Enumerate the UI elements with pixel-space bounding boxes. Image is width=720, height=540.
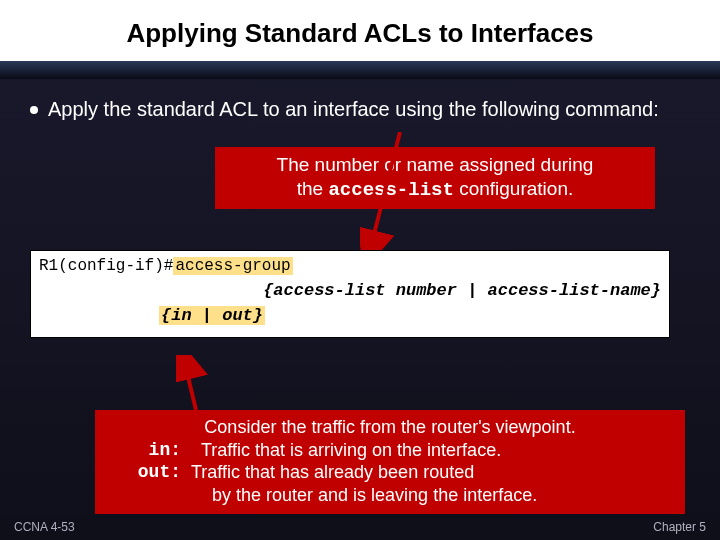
decorative-bar xyxy=(0,61,720,79)
footer-right: Chapter 5 xyxy=(653,520,706,534)
content-area: Apply the standard ACL to an interface u… xyxy=(0,79,720,121)
code-direction: {in | out} xyxy=(39,306,661,325)
footer-left: CCNA 4-53 xyxy=(14,520,75,534)
bullet-text: Apply the standard ACL to an interface u… xyxy=(48,97,659,121)
code-command: access-group xyxy=(173,257,292,275)
bullet-icon xyxy=(30,106,38,114)
footer: CCNA 4-53 Chapter 5 xyxy=(0,520,720,534)
code-prompt-line: R1(config-if)#access-group xyxy=(39,257,661,275)
bullet-item: Apply the standard ACL to an interface u… xyxy=(30,97,690,121)
code-prompt: R1(config-if)# xyxy=(39,257,173,275)
callout-bottom: Consider the traffic from the router's v… xyxy=(95,410,685,514)
in-text: Traffic that is arriving on the interfac… xyxy=(187,439,501,462)
out-text2: by the router and is leaving the interfa… xyxy=(107,484,673,507)
slide-title: Applying Standard ACLs to Interfaces xyxy=(0,0,720,61)
arrow-down-icon xyxy=(360,132,440,262)
in-label: in: xyxy=(107,439,187,462)
out-label: out: xyxy=(107,461,187,484)
code-direction-text: {in | out} xyxy=(159,306,265,325)
svg-line-1 xyxy=(370,132,400,250)
code-panel: R1(config-if)#access-group {access-list … xyxy=(30,250,670,338)
out-text1: Traffic that has already been routed xyxy=(187,461,474,484)
arrow-up-icon xyxy=(176,355,216,415)
code-args: {access-list number | access-list-name} xyxy=(39,281,661,300)
callout-top-line2b: configuration. xyxy=(454,178,573,199)
callout-bottom-line1: Consider the traffic from the router's v… xyxy=(107,416,673,439)
callout-top-line2a: the xyxy=(297,178,329,199)
svg-line-3 xyxy=(184,360,196,410)
